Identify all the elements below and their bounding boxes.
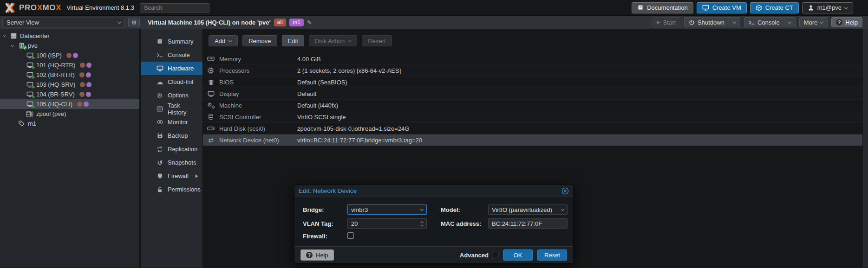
menu-firewall[interactable]: Firewall	[141, 169, 202, 183]
model-combo[interactable]: VirtIO (paravirtualized)	[488, 204, 568, 215]
tag-dot-m1	[86, 72, 91, 77]
advanced-checkbox[interactable]	[492, 252, 498, 258]
vm-running-icon: ▶	[26, 91, 34, 98]
documentation-button[interactable]: Documentation	[632, 2, 693, 13]
tag-dot-alt	[80, 63, 85, 68]
remove-button[interactable]: Remove	[242, 35, 277, 46]
menu-monitor[interactable]: Monitor	[141, 115, 202, 129]
reset-button[interactable]: Reset	[537, 249, 567, 261]
expander-icon[interactable]	[10, 45, 15, 46]
bridge-combo[interactable]: vmbr3	[347, 204, 427, 215]
vm-running-icon: ▶	[26, 101, 34, 108]
help-button[interactable]: ? Help	[831, 17, 862, 27]
hw-row-scsi-controller[interactable]: SCSI Controller VirtIO SCSI single	[203, 111, 868, 123]
tree-node-datacenter[interactable]: Datacenter	[0, 31, 139, 41]
firewall-checkbox[interactable]	[347, 232, 354, 239]
scrollbar[interactable]	[862, 29, 868, 268]
hw-row-network-device[interactable]: ⇄ Network Device (net0) virtio=BC:24:11:…	[203, 134, 868, 146]
play-icon: ▶	[33, 95, 35, 99]
tree-node-pool-m1[interactable]: m1	[0, 119, 139, 128]
hw-label: Hard Disk (scsi0)	[219, 125, 297, 132]
cube-icon	[756, 5, 762, 11]
menu-summary[interactable]: Summary	[141, 35, 202, 48]
tree-label: m1	[28, 120, 36, 127]
menu-permissions[interactable]: Permissions	[141, 183, 202, 196]
tree-node-zpool[interactable]: zpool (pve)	[0, 109, 139, 119]
sync-icon	[156, 146, 163, 153]
sidebar-gear-button[interactable]: ⚙	[128, 18, 140, 27]
menu-replication[interactable]: Replication	[141, 142, 202, 156]
hw-row-memory[interactable]: Memory 4.00 GiB	[203, 53, 868, 65]
tree-node-pve[interactable]: pve	[0, 41, 139, 51]
revert-button[interactable]: Revert	[362, 35, 392, 46]
expander-icon[interactable]	[2, 35, 7, 37]
tree-node-vm-101[interactable]: ▶ 101 (HQ-RTR)	[0, 60, 139, 70]
tree-label: 104 (BR-SRV)	[36, 91, 75, 98]
chevron-down-icon	[420, 223, 424, 227]
hw-row-bios[interactable]: BIOS Default (SeaBIOS)	[203, 77, 868, 88]
console-menu-arrow[interactable]	[784, 18, 791, 27]
edit-tags-icon[interactable]: ✎	[307, 19, 312, 26]
shutdown-menu-arrow[interactable]	[729, 18, 736, 27]
monitor-icon	[207, 90, 215, 97]
dialog-help-button[interactable]: ? Help	[300, 249, 334, 261]
tag-alt[interactable]: alt	[274, 19, 287, 26]
tag-m1[interactable]: m1	[289, 19, 304, 26]
view-selector[interactable]: Server View	[2, 18, 125, 27]
tree-node-vm-100[interactable]: ▶ 100 (ISP)	[0, 51, 139, 60]
vm-running-icon: ▶	[26, 62, 34, 69]
tree-node-vm-105[interactable]: ▶ 105 (HQ-CLI)	[0, 99, 139, 109]
tree-node-vm-102[interactable]: ▶ 102 (BR-RTR)	[0, 70, 139, 80]
advanced-toggle: Advanced	[460, 252, 498, 259]
hw-row-hard-disk[interactable]: Hard Disk (scsi0) zpool:vm-105-disk-0,io…	[203, 123, 868, 134]
mac-address-label: MAC address:	[441, 220, 488, 227]
vm-menu: Summary Console Hardware ☁ Cloud-Init ⚙ …	[141, 29, 203, 268]
menu-options[interactable]: ⚙ Options	[141, 89, 202, 102]
wordmark-part: PRO	[19, 3, 37, 12]
menu-snapshots[interactable]: ↺ Snapshots	[141, 156, 202, 169]
vlan-tag-stepper[interactable]: 20	[347, 218, 427, 229]
create-vm-button[interactable]: Create VM	[697, 2, 747, 13]
user-icon	[808, 5, 814, 11]
play-icon: ▶	[33, 66, 35, 70]
ok-button[interactable]: OK	[503, 249, 533, 261]
vlan-tag-label: VLAN Tag:	[303, 220, 347, 227]
book-icon	[156, 38, 163, 45]
menu-hardware[interactable]: Hardware	[141, 62, 202, 75]
spinner-arrows[interactable]	[421, 221, 423, 226]
edit-button[interactable]: Edit	[282, 35, 304, 46]
tag-dot-alt	[66, 53, 72, 58]
menu-label: Summary	[168, 38, 194, 45]
more-button[interactable]: More	[799, 17, 828, 27]
chevron-down-icon	[117, 20, 121, 24]
search-input[interactable]	[140, 3, 209, 13]
menu-console[interactable]: Console	[141, 48, 202, 62]
menu-task-history[interactable]: Task History	[141, 102, 202, 115]
hw-row-display[interactable]: Display Default	[203, 88, 868, 100]
add-button[interactable]: Add	[209, 35, 238, 46]
start-button[interactable]: ▶ Start	[652, 17, 680, 27]
close-icon[interactable]	[561, 187, 569, 195]
disk-action-button[interactable]: Disk Action	[309, 35, 357, 46]
menu-cloud-init[interactable]: ☁ Cloud-Init	[141, 75, 202, 89]
create-ct-button[interactable]: Create CT	[750, 2, 799, 13]
console-button[interactable]: Console	[744, 17, 796, 27]
view-selector-label: Server View	[7, 19, 39, 26]
start-label: Start	[663, 19, 676, 26]
hw-row-machine[interactable]: ⚙⚙ Machine Default (i440fx)	[203, 100, 868, 111]
shutdown-button[interactable]: Shutdown	[684, 17, 740, 27]
tree-node-vm-104[interactable]: ▶ 104 (BR-SRV)	[0, 89, 139, 99]
tree-label: pve	[28, 42, 38, 49]
tree-node-vm-103[interactable]: ▶ 103 (HQ-SRV)	[0, 80, 139, 89]
hw-label: Network Device (net0)	[219, 137, 297, 144]
pool-tag-icon	[17, 120, 26, 127]
menu-label: Cloud-Init	[168, 78, 194, 85]
mac-address-field[interactable]: BC:24:11:72:77:0F	[488, 218, 568, 229]
dialog-titlebar[interactable]: Edit: Network Device	[294, 185, 573, 197]
tag-dot-m1	[86, 92, 91, 97]
hw-value: Default	[297, 90, 316, 97]
chevron-down-icon	[348, 38, 352, 42]
user-menu-button[interactable]: m1@pve	[802, 2, 853, 13]
menu-backup[interactable]: Backup	[141, 129, 202, 142]
hw-row-processors[interactable]: Processors 2 (1 sockets, 2 cores) [x86-6…	[203, 65, 868, 77]
